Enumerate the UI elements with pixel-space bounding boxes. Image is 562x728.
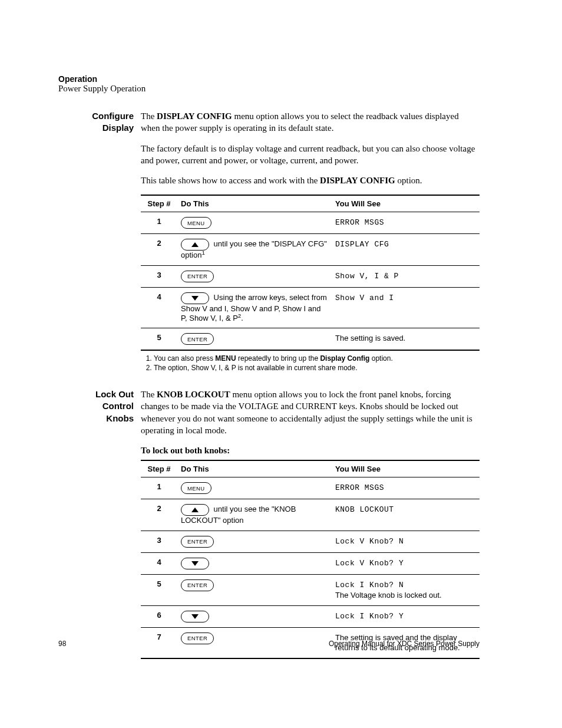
svg-marker-3 (191, 561, 199, 566)
footnote: The option, Show V, I, & P is not availa… (154, 364, 480, 372)
enter-key-icon: ENTER (181, 579, 214, 591)
table-row: 4 Using the arrow keys, select from Show… (141, 287, 480, 328)
table-row: 4 Lock V Knob? Y (141, 552, 480, 574)
steps-table-knob-lockout: Step # Do This You Will See 1 MENU ERROR… (141, 460, 480, 658)
col-step: Step # (141, 195, 177, 212)
enter-key-icon: ENTER (181, 333, 214, 345)
section-lockout-knobs: Lock Out Control Knobs The KNOB LOCKOUT … (58, 388, 480, 659)
up-arrow-key-icon (181, 504, 209, 516)
enter-key-icon: ENTER (181, 536, 214, 548)
down-arrow-key-icon (181, 611, 209, 622)
footnote: You can also press MENU repeatedly to br… (154, 354, 480, 363)
table-row: 1 MENU ERROR MSGS (141, 477, 480, 499)
down-arrow-key-icon (181, 558, 209, 569)
running-head-subsection: Power Supply Operation (58, 84, 480, 94)
svg-marker-2 (191, 508, 199, 512)
menu-key-icon: MENU (181, 482, 211, 494)
table-row: 5 ENTER The setting is saved. (141, 328, 480, 351)
paragraph: The factory default is to display voltag… (141, 143, 480, 167)
paragraph: This table shows how to access and work … (141, 174, 480, 186)
subheading: To lock out both knobs: (141, 444, 480, 456)
col-see: You Will See (332, 460, 480, 477)
svg-marker-0 (191, 242, 199, 247)
page-footer: 98 Operating Manual for XDC Series Power… (58, 640, 480, 648)
down-arrow-key-icon (181, 292, 209, 304)
running-head-section: Operation (58, 74, 480, 84)
table-row: 1 MENU ERROR MSGS (141, 212, 480, 234)
col-dothis: Do This (177, 195, 332, 212)
section-configure-display: Configure Display The DISPLAY CONFIG men… (58, 110, 480, 373)
running-head: Operation Power Supply Operation (58, 74, 480, 94)
footer-title: Operating Manual for XDC Series Power Su… (329, 640, 480, 648)
table-row: 6 Lock I Knob? Y (141, 605, 480, 627)
footnotes: You can also press MENU repeatedly to br… (141, 354, 480, 372)
table-row: 5 ENTER Lock I Knob? N The Voltage knob … (141, 574, 480, 605)
margin-heading: Lock Out Control Knobs (58, 388, 141, 659)
svg-marker-1 (191, 296, 199, 301)
steps-table-display-cfg: Step # Do This You Will See 1 MENU ERROR… (141, 195, 480, 351)
col-step: Step # (141, 460, 177, 477)
col-dothis: Do This (177, 460, 332, 477)
table-row: 2 until you see the "KNOB LOCKOUT" optio… (141, 499, 480, 531)
svg-marker-4 (191, 614, 199, 619)
menu-key-icon: MENU (181, 217, 211, 229)
paragraph: The DISPLAY CONFIG menu option allows yo… (141, 110, 480, 134)
page-number: 98 (58, 640, 66, 648)
table-row: 3 ENTER Lock V Knob? N (141, 531, 480, 552)
table-row: 2 until you see the "DISPLAY CFG" option… (141, 234, 480, 265)
col-see: You Will See (332, 195, 480, 212)
margin-heading: Configure Display (58, 110, 141, 373)
paragraph: The KNOB LOCKOUT menu option allows you … (141, 388, 480, 436)
enter-key-icon: ENTER (181, 271, 214, 282)
table-row: 3 ENTER Show V, I & P (141, 265, 480, 287)
